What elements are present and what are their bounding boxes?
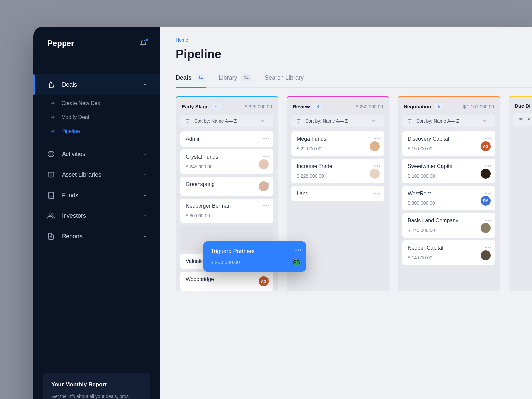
card-more-button[interactable] xyxy=(485,216,491,222)
monthly-report-box[interactable]: Your Monthly Report Get the info about a… xyxy=(43,373,150,399)
arrow-right-icon xyxy=(50,101,55,106)
breadcrumb[interactable]: Home xyxy=(176,37,532,43)
card-more-button[interactable] xyxy=(263,153,269,159)
deal-card[interactable]: Neuberger Berman$ 80 000.00 xyxy=(180,199,273,223)
deal-card[interactable]: Basis Land Company$ 240 000.00 xyxy=(402,213,495,238)
more-icon xyxy=(485,138,491,139)
sidebar-item-investors[interactable]: Investors xyxy=(33,205,160,226)
more-icon xyxy=(485,165,491,167)
card-more-button[interactable] xyxy=(485,189,491,195)
deal-card[interactable]: Mega Funds$ 22 000.00 xyxy=(291,131,384,156)
column-title: Early Stage xyxy=(182,104,209,109)
more-icon xyxy=(295,249,301,251)
column-title: Review xyxy=(293,104,310,109)
sort-dropdown[interactable]: Sort by: Name A— Z xyxy=(291,115,384,127)
deal-card[interactable]: Neuber Capital$ 14 000.00 xyxy=(402,240,495,265)
deal-card[interactable]: Admin xyxy=(180,131,273,147)
card-title: Discovery Capital xyxy=(408,136,490,142)
more-icon xyxy=(263,138,269,139)
card-more-button[interactable] xyxy=(485,162,491,168)
avatar xyxy=(481,250,491,260)
chevron-down-icon xyxy=(142,213,148,218)
chevron-down-icon xyxy=(142,172,148,177)
book-icon xyxy=(47,192,55,199)
filter-icon xyxy=(185,118,194,124)
deal-card[interactable]: Greenspring xyxy=(180,177,273,196)
deal-card[interactable]: Increase Trade$ 228 000.00 xyxy=(291,159,384,183)
card-more-button[interactable] xyxy=(263,135,269,141)
kanban-column: Negotiation5$ 1 151 000.00Sort by: Name … xyxy=(398,96,500,291)
deals-submenu: Create New Deal Modify Deal Pipeline xyxy=(33,95,160,144)
sidebar-sub-create-deal[interactable]: Create New Deal xyxy=(33,96,160,110)
tab-badge: 24 xyxy=(241,74,252,81)
sidebar-sub-modify-deal[interactable]: Modify Deal xyxy=(33,110,160,124)
card-more-button[interactable] xyxy=(485,244,491,250)
sidebar-item-deals[interactable]: Deals xyxy=(33,74,160,95)
card-amount: $ 102 000.00 xyxy=(408,173,490,179)
deal-card[interactable]: Discovery Capital$ 15 000.00AG xyxy=(402,131,495,156)
deal-card[interactable]: Land xyxy=(291,186,384,201)
tab-label: Search Library xyxy=(265,74,304,81)
sort-dropdown[interactable]: Sort by: Name A— Z xyxy=(180,115,273,127)
tab-library[interactable]: Library 24 xyxy=(219,74,252,87)
avatar-initials: SB xyxy=(293,260,300,265)
deal-card[interactable]: Sweetwater Capital$ 102 000.00 xyxy=(402,159,495,183)
card-more-button[interactable] xyxy=(374,162,380,168)
card-amount: $ 15 000.00 xyxy=(408,146,490,151)
chevron-down-icon xyxy=(371,119,380,123)
notifications-button[interactable] xyxy=(140,39,148,47)
card-amount: $ 14 000.00 xyxy=(408,255,490,260)
more-icon xyxy=(485,193,491,194)
card-more-button[interactable] xyxy=(485,135,491,141)
sidebar-sub-pipeline[interactable]: Pipeline xyxy=(33,124,160,138)
sidebar-item-funds[interactable]: Funds xyxy=(33,185,160,205)
notification-dot xyxy=(146,39,148,41)
deal-card[interactable]: WoodbridgeAG xyxy=(180,272,273,291)
tab-deals[interactable]: Deals 14 xyxy=(176,74,206,87)
avatar-initials: AG xyxy=(483,144,489,148)
column-header: Due Di xyxy=(509,97,532,113)
sort-label: Sort by: Name A— Z xyxy=(305,118,348,124)
sidebar-item-asset-libraries[interactable]: Asset Libraries xyxy=(33,164,160,185)
chevron-up-icon xyxy=(142,82,148,87)
sidebar-header: Pepper xyxy=(33,27,160,60)
avatar: AG xyxy=(481,141,491,151)
more-icon xyxy=(374,193,380,194)
sort-dropdown[interactable]: Sort by: Name A— Z xyxy=(402,115,495,127)
arrow-right-icon xyxy=(50,129,55,134)
column-count-badge: 3 xyxy=(313,103,322,110)
card-more-button[interactable] xyxy=(263,202,269,208)
tab-search-library[interactable]: Search Library xyxy=(265,74,304,87)
file-icon xyxy=(47,233,55,240)
card-more-button[interactable] xyxy=(295,246,301,252)
sort-label: Sort by: Name A— Z xyxy=(527,117,532,122)
avatar xyxy=(370,141,380,151)
tabs: Deals 14 Library 24 Search Library xyxy=(176,74,532,88)
chevron-down-icon xyxy=(142,193,148,198)
card-more-button[interactable] xyxy=(374,189,380,195)
svg-point-8 xyxy=(49,213,51,215)
sort-dropdown[interactable]: Sort by: Name A— Z xyxy=(513,113,532,126)
column-total: $ 1 151 000.00 xyxy=(463,104,494,109)
sort-label: Sort by: Name A— Z xyxy=(416,118,459,124)
card-amount: $ 80 000.00 xyxy=(186,213,268,218)
drag-card[interactable]: Triguard Partners $ 250 000.00 SB xyxy=(203,241,306,272)
card-title: Admin xyxy=(186,136,268,142)
arrow-right-icon xyxy=(50,115,55,120)
sidebar-item-activities[interactable]: Activities xyxy=(33,144,160,164)
chevron-down-icon xyxy=(142,234,148,239)
avatar xyxy=(370,169,380,179)
sidebar-item-reports[interactable]: Reports xyxy=(33,226,160,247)
card-title: Neuberger Berman xyxy=(186,203,268,209)
report-text: Get the info about all your deals, pros,… xyxy=(51,393,142,399)
thumbs-up-icon xyxy=(47,81,55,88)
card-more-button[interactable] xyxy=(374,135,380,141)
avatar-initials: AG xyxy=(261,279,267,283)
main-content: Home Pipeline Deals 14 Library 24 Search… xyxy=(160,27,532,399)
deal-card[interactable]: Crystal Funds$ 245 000.00 xyxy=(180,149,273,174)
cards-container: Mega Funds$ 22 000.00Increase Trade$ 228… xyxy=(287,131,389,201)
sidebar-item-label: Investors xyxy=(62,212,86,219)
more-icon xyxy=(374,138,380,139)
card-amount: $ 228 000.00 xyxy=(297,173,379,179)
deal-card[interactable]: WestRent$ 800 000.00PM xyxy=(402,186,495,210)
